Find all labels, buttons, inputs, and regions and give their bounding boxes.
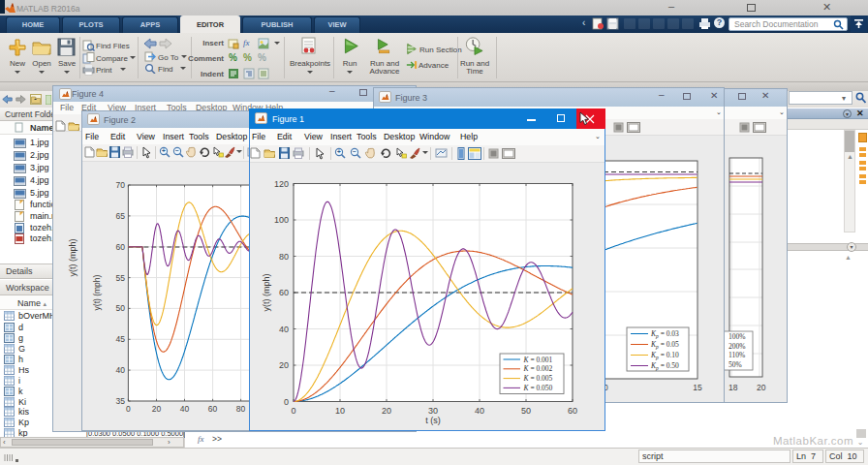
svg-text:40: 40 [475, 406, 484, 416]
svg-text:65: 65 [116, 211, 126, 221]
svg-text:60: 60 [568, 406, 577, 416]
svg-text:60: 60 [279, 288, 289, 297]
svg-text:40: 40 [180, 404, 190, 414]
svg-text:+: + [162, 147, 166, 154]
svg-text:K = 0.005: K = 0.005 [523, 374, 553, 383]
svg-text:y(t) (mph): y(t) (mph) [262, 274, 271, 312]
svg-text:y(t) (mph): y(t) (mph) [92, 274, 102, 310]
svg-text:55: 55 [116, 273, 126, 283]
svg-text:K = 0.050: K = 0.050 [523, 384, 553, 392]
svg-text:50: 50 [116, 303, 126, 313]
svg-text:50: 50 [521, 406, 531, 416]
svg-text:15: 15 [693, 383, 702, 392]
svg-text:60: 60 [208, 404, 218, 414]
svg-text:45: 45 [116, 334, 126, 344]
svg-text:+: + [337, 148, 341, 155]
svg-text:Kp = 0.50: Kp = 0.50 [650, 361, 679, 371]
svg-text:Kp = 0.03: Kp = 0.03 [650, 329, 679, 339]
svg-text:0: 0 [284, 397, 289, 407]
svg-text:200%: 200% [728, 342, 746, 351]
svg-text:10: 10 [335, 406, 345, 416]
svg-text:100: 100 [274, 215, 289, 225]
svg-text:K = 0.001: K = 0.001 [523, 356, 553, 364]
svg-text:80: 80 [236, 404, 246, 414]
svg-text:35: 35 [116, 396, 126, 406]
svg-text:−: − [175, 147, 179, 154]
svg-text:40: 40 [279, 325, 289, 334]
svg-text:50%: 50% [728, 360, 742, 369]
svg-text:20: 20 [152, 404, 162, 414]
svg-text:0: 0 [126, 404, 131, 414]
svg-text:K = 0.002: K = 0.002 [523, 364, 553, 373]
svg-text:Kp = 0.05: Kp = 0.05 [650, 340, 679, 350]
svg-text:110%: 110% [728, 351, 745, 359]
svg-text:80: 80 [279, 252, 289, 262]
svg-text:120: 120 [274, 179, 289, 189]
svg-text:100%: 100% [728, 332, 746, 341]
svg-text:30: 30 [428, 406, 438, 416]
svg-text:70: 70 [116, 180, 126, 190]
svg-text:40: 40 [116, 365, 126, 375]
svg-text:20: 20 [757, 383, 766, 392]
svg-text:Kp = 0.10: Kp = 0.10 [650, 351, 679, 360]
svg-text:t (s): t (s) [425, 416, 441, 425]
svg-text:18: 18 [728, 383, 738, 392]
svg-text:60: 60 [116, 242, 126, 252]
svg-text:20: 20 [382, 406, 391, 416]
svg-text:20: 20 [279, 360, 289, 370]
svg-text:−: − [353, 148, 356, 155]
svg-text:0: 0 [291, 406, 295, 416]
